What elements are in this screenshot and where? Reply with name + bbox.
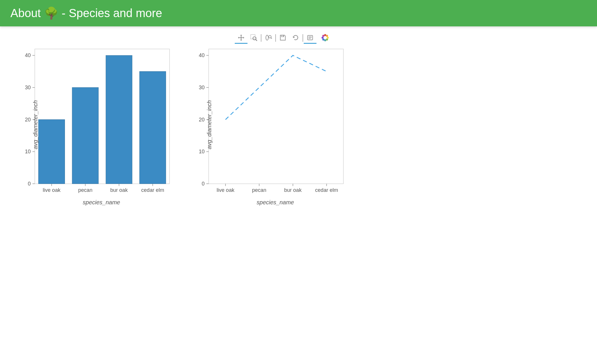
page-header: About 🌳 - Species and more [0, 0, 597, 26]
plot-toolbar [235, 32, 588, 44]
svg-point-12 [324, 34, 326, 36]
svg-text:pecan: pecan [78, 187, 92, 193]
svg-text:bur oak: bur oak [284, 187, 302, 193]
bar[interactable] [140, 72, 166, 184]
pan-tool-button[interactable] [235, 32, 247, 44]
bar-chart: avg_diameter_inch 010203040live oakpecan… [9, 46, 174, 206]
svg-rect-39 [209, 49, 343, 184]
bar[interactable] [72, 88, 99, 184]
svg-text:live oak: live oak [43, 187, 61, 193]
charts-row: avg_diameter_inch 010203040live oakpecan… [9, 46, 588, 206]
svg-rect-7 [283, 35, 283, 36]
bokeh-logo-icon [321, 33, 330, 42]
bar-chart-xlabel: species_name [29, 199, 174, 206]
svg-text:live oak: live oak [217, 187, 235, 193]
toolbar-separator [303, 34, 303, 42]
box-zoom-tool-button[interactable] [247, 32, 260, 44]
toolbar-separator [275, 34, 276, 42]
svg-text:10: 10 [199, 149, 205, 154]
line-chart-xlabel: species_name [203, 199, 348, 206]
svg-point-18 [321, 37, 323, 39]
svg-text:cedar elm: cedar elm [141, 187, 164, 193]
hover-tool-button[interactable] [304, 32, 316, 44]
svg-point-17 [322, 38, 324, 40]
save-icon [279, 34, 287, 41]
svg-text:pecan: pecan [252, 187, 266, 193]
svg-text:cedar elm: cedar elm [315, 187, 338, 193]
content-area: avg_diameter_inch 010203040live oakpecan… [0, 26, 597, 211]
svg-text:20: 20 [199, 117, 205, 123]
header-title-prefix: About [10, 7, 44, 19]
svg-text:30: 30 [199, 85, 205, 90]
line-chart-ylabel: avg_diameter_inch [206, 100, 213, 149]
svg-text:40: 40 [199, 52, 205, 58]
hover-icon [306, 34, 314, 41]
line-chart: avg_diameter_inch 010203040live oakpecan… [183, 46, 348, 206]
bar-chart-ylabel: avg_diameter_inch [32, 100, 39, 149]
bar[interactable] [39, 120, 65, 184]
reset-icon [292, 34, 299, 41]
box-zoom-icon [250, 34, 258, 41]
wheel-zoom-icon [265, 34, 272, 41]
save-tool-button[interactable] [276, 32, 289, 44]
svg-point-1 [253, 37, 256, 40]
svg-point-15 [326, 38, 328, 40]
svg-text:0: 0 [28, 181, 31, 187]
svg-text:40: 40 [25, 52, 31, 58]
svg-point-3 [266, 35, 268, 40]
svg-point-19 [322, 35, 324, 37]
header-title-suffix: - Species and more [59, 7, 162, 19]
svg-line-5 [271, 38, 272, 39]
bokeh-logo-button[interactable] [319, 32, 332, 44]
tree-emoji: 🌳 [44, 7, 59, 19]
svg-point-4 [269, 35, 271, 38]
svg-text:bur oak: bur oak [110, 187, 128, 193]
svg-point-16 [324, 39, 326, 41]
toolbar-separator [261, 34, 261, 42]
svg-line-2 [256, 39, 257, 41]
bar[interactable] [106, 55, 132, 184]
svg-text:10: 10 [25, 149, 31, 154]
svg-text:0: 0 [202, 181, 205, 187]
wheel-zoom-tool-button[interactable] [262, 32, 275, 44]
svg-text:30: 30 [25, 85, 31, 90]
svg-point-14 [327, 37, 329, 39]
svg-text:20: 20 [25, 117, 31, 123]
svg-point-13 [326, 35, 328, 37]
move-icon [237, 34, 245, 41]
reset-tool-button[interactable] [289, 32, 302, 44]
